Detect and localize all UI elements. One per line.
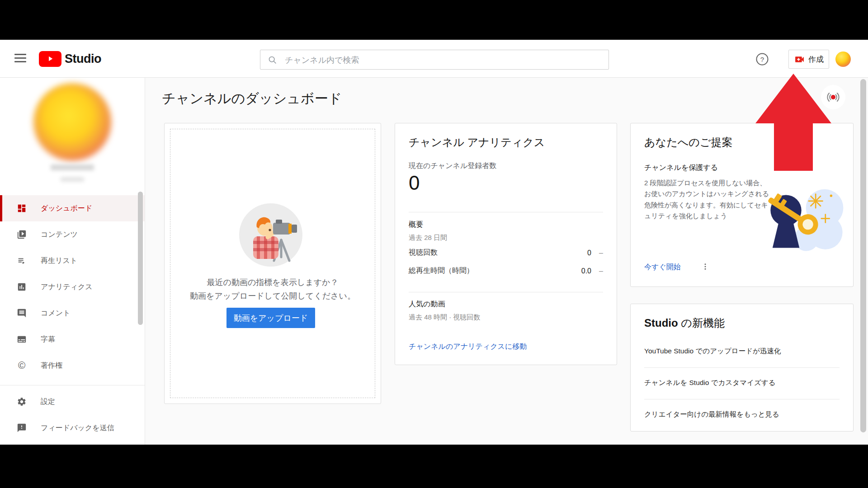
camera-person-illustration xyxy=(237,201,305,269)
upload-video-button[interactable]: 動画をアップロード xyxy=(226,308,315,328)
analytics-icon xyxy=(16,282,27,292)
key-security-illustration xyxy=(764,187,845,255)
top-videos-caption: 過去 48 時間 · 視聴回数 xyxy=(409,313,603,322)
get-started-link[interactable]: 今すぐ開始 xyxy=(644,263,840,272)
overview-period: 過去 28 日間 xyxy=(409,234,603,242)
card-divider xyxy=(409,212,603,212)
gear-icon xyxy=(16,396,27,407)
comments-icon xyxy=(16,308,27,319)
news-item-faster-uploads[interactable]: YouTube Studio でのアップロードが迅速化 xyxy=(644,347,840,356)
copyright-icon: © xyxy=(16,360,27,371)
views-trend-dash: – xyxy=(591,249,603,257)
create-videocam-plus-icon xyxy=(794,54,805,65)
sidebar-item-playlists[interactable]: 再生リスト xyxy=(0,248,145,274)
youtube-play-icon xyxy=(39,51,61,67)
subscribers-count: 0 xyxy=(409,173,603,193)
go-live-button[interactable] xyxy=(821,85,845,109)
youtube-studio-dashboard: Studio ? 作成 xyxy=(0,0,868,488)
whats-new-card: Studio の新機能 YouTube Studio でのアップロードが迅速化 … xyxy=(630,304,854,432)
upload-prompt-line2: 動画をアップロードして公開してください。 xyxy=(165,291,381,301)
svg-text:?: ? xyxy=(760,56,764,63)
upload-card: 最近の動画の指標を表示しますか？ 動画をアップロードして公開してください。 動画… xyxy=(164,123,381,404)
suggestions-card-title: あなたへのご提案 xyxy=(644,135,840,150)
create-button-label: 作成 xyxy=(808,54,824,65)
create-button[interactable]: 作成 xyxy=(788,50,829,69)
channel-search[interactable] xyxy=(260,50,609,70)
letterbox-top xyxy=(0,0,868,40)
kebab-menu-icon[interactable] xyxy=(699,261,711,272)
upload-prompt-line1: 最近の動画の指標を表示しますか？ xyxy=(165,277,381,288)
card-divider xyxy=(409,292,603,292)
page-scrollbar-thumb[interactable] xyxy=(860,79,866,432)
top-videos-title: 人気の動画 xyxy=(409,300,603,309)
sidebar-divider xyxy=(0,385,145,385)
news-item-customize-channel[interactable]: チャンネルを Studio でカスタマイズする xyxy=(644,378,840,388)
watchtime-value: 0.0 xyxy=(576,267,591,275)
subtitles-icon xyxy=(16,334,27,345)
live-broadcast-icon xyxy=(826,90,840,104)
menu-hamburger-icon[interactable] xyxy=(14,54,26,64)
suggestions-card: あなたへのご提案 チャンネルを保護する 2 段階認証プロセスを使用しない場合、お… xyxy=(630,123,854,287)
protect-channel-title: チャンネルを保護する xyxy=(644,163,840,173)
views-value: 0 xyxy=(576,249,591,257)
channel-name-blurred xyxy=(51,164,94,170)
sidebar-menu: ダッシュボード コンテンツ 再生リスト アナリティクス コメント xyxy=(0,195,145,379)
youtube-studio-logo[interactable]: Studio xyxy=(39,51,101,67)
sidebar-item-feedback[interactable]: フィードバックを送信 xyxy=(0,415,145,441)
channel-handle-blurred xyxy=(61,177,84,182)
sidebar-footer-menu: 設定 フィードバックを送信 xyxy=(0,389,145,441)
sidebar-item-comments[interactable]: コメント xyxy=(0,300,145,326)
content-icon xyxy=(16,229,27,240)
card-divider xyxy=(644,367,840,368)
card-divider xyxy=(644,399,840,399)
whats-new-title: Studio の新機能 xyxy=(644,316,840,330)
sidebar-item-copyright[interactable]: © 著作権 xyxy=(0,352,145,379)
feedback-icon xyxy=(16,422,27,433)
playlist-icon xyxy=(16,255,27,266)
analytics-card-title: チャンネル アナリティクス xyxy=(409,135,603,150)
page-title: チャンネルのダッシュボード xyxy=(162,89,342,108)
sidebar-item-content[interactable]: コンテンツ xyxy=(0,221,145,248)
logo-product-name: Studio xyxy=(65,52,101,66)
sidebar-item-subtitles[interactable]: 字幕 xyxy=(0,326,145,352)
metric-row-watchtime: 総再生時間（時間） 0.0 – xyxy=(409,266,603,276)
metric-row-views: 視聴回数 0 – xyxy=(409,248,603,258)
help-icon[interactable]: ? xyxy=(755,52,770,67)
channel-analytics-card: チャンネル アナリティクス 現在のチャンネル登録者数 0 概要 過去 28 日間… xyxy=(395,123,617,365)
channel-avatar-blurred[interactable] xyxy=(33,83,111,161)
overview-title: 概要 xyxy=(409,220,603,230)
sidebar-item-settings[interactable]: 設定 xyxy=(0,389,145,415)
go-to-analytics-link[interactable]: チャンネルのアナリティクスに移動 xyxy=(409,342,603,352)
sidebar-item-dashboard[interactable]: ダッシュボード xyxy=(0,195,145,221)
account-avatar[interactable] xyxy=(835,52,851,67)
search-input[interactable] xyxy=(284,50,602,70)
subscribers-label: 現在のチャンネル登録者数 xyxy=(409,161,603,171)
sidebar-item-analytics[interactable]: アナリティクス xyxy=(0,274,145,300)
watchtime-trend-dash: – xyxy=(591,267,603,275)
protect-channel-body: 2 段階認証プロセスを使用しない場合、お使いのアカウントはハッキングされる危険性… xyxy=(644,178,772,221)
news-item-creator-updates[interactable]: クリエイター向けの最新情報をもっと見る xyxy=(644,410,840,419)
sidebar-scrollbar-thumb[interactable] xyxy=(138,192,143,325)
search-icon xyxy=(268,55,277,66)
letterbox-bottom xyxy=(0,445,868,488)
dashboard-icon xyxy=(16,203,27,214)
